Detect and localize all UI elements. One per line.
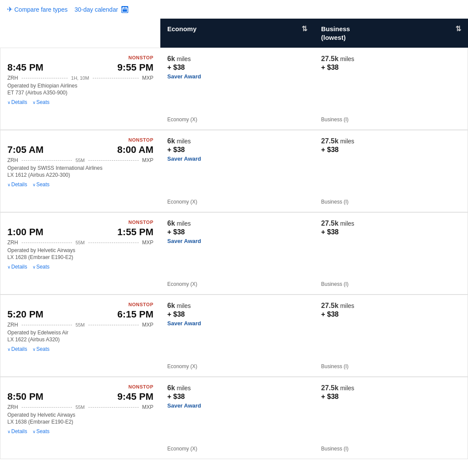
duration: 55M xyxy=(75,405,84,410)
chevron-icon-2: ∨ xyxy=(32,429,36,434)
business-miles: 27.5k miles xyxy=(321,220,461,227)
depart-time: 5:20 PM xyxy=(7,309,43,320)
seats-link[interactable]: ∨ Seats xyxy=(32,181,50,188)
route-line xyxy=(22,78,68,78)
business-price: + $38 xyxy=(321,64,461,71)
business-price: + $38 xyxy=(321,146,461,154)
nonstop-label: NONSTOP xyxy=(7,55,153,60)
business-fare-class: Business (I) xyxy=(321,199,461,205)
route-line xyxy=(22,407,72,408)
plane-icon: ✈ xyxy=(7,5,13,13)
depart-time: 7:05 AM xyxy=(7,144,44,155)
economy-miles: 6k miles xyxy=(167,384,307,392)
flight-number: LX 1638 (Embraer E190-E2) xyxy=(7,419,153,425)
details-link[interactable]: ∨ Details xyxy=(7,428,27,434)
operated-by: Operated by Helvetic Airways xyxy=(7,247,153,253)
business-cell-2[interactable]: 27.5k miles + $38 Business (I) xyxy=(314,212,468,295)
flight-number: ET 737 (Airbus A350-900) xyxy=(7,90,153,96)
destination: MXP xyxy=(142,322,153,328)
flight-number: LX 1628 (Embraer E190-E2) xyxy=(7,254,153,260)
economy-fare-class: Economy (X) xyxy=(167,446,307,452)
seats-link[interactable]: ∨ Seats xyxy=(32,428,50,434)
business-cell-1[interactable]: 27.5k miles + $38 Business (I) xyxy=(314,130,468,212)
economy-miles: 6k miles xyxy=(167,55,307,63)
depart-time: 1:00 PM xyxy=(7,227,43,238)
economy-sort-icon[interactable]: ⇅ xyxy=(302,25,307,33)
arrive-time: 8:00 AM xyxy=(117,144,153,155)
flight-info-4: NONSTOP 8:50 PM 9:45 PM ZRH 55M MXP Oper… xyxy=(0,377,160,459)
operated-by: Operated by Ethiopian Airlines xyxy=(7,83,153,89)
business-miles: 27.5k miles xyxy=(321,302,461,310)
economy-cell-4[interactable]: 6k miles + $38 Saver Award Economy (X) xyxy=(160,377,314,459)
economy-fare-class: Economy (X) xyxy=(167,199,307,205)
flight-info-3: NONSTOP 5:20 PM 6:15 PM ZRH 55M MXP Oper… xyxy=(0,295,160,377)
business-fare-class: Business (I) xyxy=(321,117,461,123)
business-miles: 27.5k miles xyxy=(321,55,461,63)
business-fare-class: Business (I) xyxy=(321,363,461,369)
nonstop-label: NONSTOP xyxy=(7,384,153,389)
destination: MXP xyxy=(142,75,153,81)
details-link[interactable]: ∨ Details xyxy=(7,99,27,105)
chevron-icon: ∨ xyxy=(7,347,10,352)
svg-rect-0 xyxy=(122,8,127,12)
economy-price: + $38 xyxy=(167,64,307,71)
seats-link[interactable]: ∨ Seats xyxy=(32,99,50,105)
chevron-icon: ∨ xyxy=(7,429,10,434)
economy-price: + $38 xyxy=(167,146,307,154)
business-cell-3[interactable]: 27.5k miles + $38 Business (I) xyxy=(314,295,468,377)
route-line-2 xyxy=(88,243,139,243)
economy-cell-1[interactable]: 6k miles + $38 Saver Award Economy (X) xyxy=(160,130,314,212)
calendar-link[interactable]: 30-day calendar xyxy=(75,6,128,13)
business-price: + $38 xyxy=(321,393,461,401)
business-miles: 27.5k miles xyxy=(321,137,461,145)
details-link[interactable]: ∨ Details xyxy=(7,264,27,270)
business-cell-0[interactable]: 27.5k miles + $38 Business (I) xyxy=(314,48,468,130)
economy-price: + $38 xyxy=(167,393,307,401)
business-price: + $38 xyxy=(321,311,461,318)
arrive-time: 1:55 PM xyxy=(117,227,153,238)
origin: ZRH xyxy=(7,157,18,163)
economy-cell-2[interactable]: 6k miles + $38 Saver Award Economy (X) xyxy=(160,212,314,295)
details-link[interactable]: ∨ Details xyxy=(7,181,27,188)
depart-time: 8:45 PM xyxy=(7,62,43,73)
business-cell-4[interactable]: 27.5k miles + $38 Business (I) xyxy=(314,377,468,459)
details-link[interactable]: ∨ Details xyxy=(7,346,27,352)
arrive-time: 9:55 PM xyxy=(117,62,153,73)
economy-miles: 6k miles xyxy=(167,137,307,145)
destination: MXP xyxy=(142,240,153,246)
nonstop-label: NONSTOP xyxy=(7,220,153,225)
operated-by: Operated by Helvetic Airways xyxy=(7,412,153,418)
chevron-icon-2: ∨ xyxy=(32,182,36,187)
chevron-icon: ∨ xyxy=(7,100,10,105)
duration: 55M xyxy=(75,240,84,245)
operated-by: Operated by Edelweiss Air xyxy=(7,330,153,336)
flight-number: LX 1612 (Airbus A220-300) xyxy=(7,172,153,178)
route-line-2 xyxy=(88,160,139,161)
route-line-2 xyxy=(88,325,139,325)
economy-fare-class: Economy (X) xyxy=(167,363,307,369)
economy-price: + $38 xyxy=(167,311,307,318)
origin: ZRH xyxy=(7,404,18,410)
economy-award: Saver Award xyxy=(167,155,307,162)
economy-cell-3[interactable]: 6k miles + $38 Saver Award Economy (X) xyxy=(160,295,314,377)
route-line-2 xyxy=(88,407,139,408)
top-bar: ✈ Compare fare types 30-day calendar xyxy=(0,0,468,19)
duration: 1H, 10M xyxy=(71,75,89,81)
economy-price: + $38 xyxy=(167,228,307,236)
seats-link[interactable]: ∨ Seats xyxy=(32,264,50,270)
route-line xyxy=(22,325,72,325)
chevron-icon: ∨ xyxy=(7,265,10,269)
compare-fares-link[interactable]: ✈ Compare fare types xyxy=(7,5,68,13)
depart-time: 8:50 PM xyxy=(7,391,43,402)
seats-link[interactable]: ∨ Seats xyxy=(32,346,50,352)
economy-fare-class: Economy (X) xyxy=(167,281,307,287)
origin: ZRH xyxy=(7,240,18,246)
flights-grid: Economy ⇅ Business (lowest) ⇅ NONSTOP 8:… xyxy=(0,19,468,459)
economy-cell-0[interactable]: 6k miles + $38 Saver Award Economy (X) xyxy=(160,48,314,130)
duration: 55M xyxy=(75,322,84,327)
business-col-header: Business (lowest) ⇅ xyxy=(314,19,468,48)
origin: ZRH xyxy=(7,75,18,81)
business-sort-icon[interactable]: ⇅ xyxy=(455,25,461,33)
economy-award: Saver Award xyxy=(167,73,307,80)
business-fare-class: Business (I) xyxy=(321,281,461,287)
